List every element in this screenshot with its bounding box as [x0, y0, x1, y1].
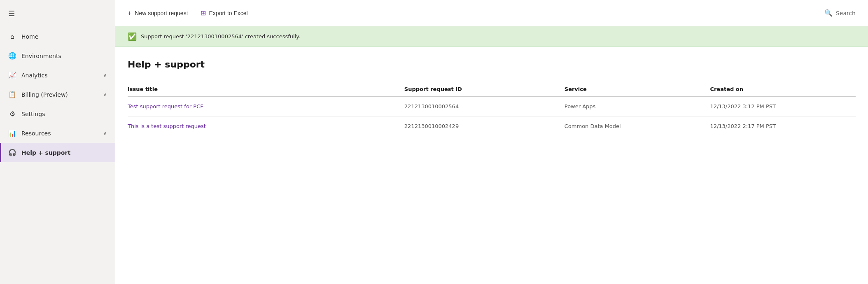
table-header: Issue titleSupport request IDServiceCrea… — [128, 82, 856, 97]
resources-icon: 📊 — [8, 129, 16, 137]
sidebar-item-resources[interactable]: 📊Resources∨ — [0, 123, 115, 143]
search-label: Search — [836, 10, 856, 16]
environments-label: Environments — [21, 53, 107, 59]
col-header-issue: Issue title — [128, 82, 404, 97]
row-1-issue-link[interactable]: This is a test support request — [128, 116, 404, 136]
row-1-request-id: 2212130010002429 — [404, 116, 565, 136]
search-area[interactable]: 🔍 Search — [824, 9, 856, 17]
export-to-excel-button[interactable]: ⊞ Export to Excel — [201, 7, 248, 19]
analytics-label: Analytics — [21, 72, 98, 79]
success-icon: ✅ — [128, 32, 137, 41]
plus-icon: + — [128, 9, 131, 17]
toolbar: + New support request ⊞ Export to Excel … — [115, 0, 868, 26]
col-header-service: Service — [565, 82, 710, 97]
search-icon: 🔍 — [824, 9, 833, 17]
resources-label: Resources — [21, 130, 98, 137]
success-message: Support request '2212130010002564' creat… — [141, 33, 300, 40]
analytics-icon: 📈 — [8, 71, 16, 79]
help-support-icon: 🎧 — [8, 149, 16, 156]
col-header-created: Created on — [710, 82, 856, 97]
billing-icon: 📋 — [8, 91, 16, 98]
row-1-service: Common Data Model — [565, 116, 710, 136]
row-1-created-on: 12/13/2022 2:17 PM PST — [710, 116, 856, 136]
table-row: This is a test support request2212130010… — [128, 116, 856, 136]
row-0-issue-link[interactable]: Test support request for PCF — [128, 97, 404, 116]
sidebar-item-settings[interactable]: ⚙Settings — [0, 104, 115, 123]
billing-chevron-icon: ∨ — [103, 92, 107, 98]
table-row: Test support request for PCF221213001000… — [128, 97, 856, 116]
settings-label: Settings — [21, 111, 107, 117]
home-label: Home — [21, 33, 107, 40]
home-icon: ⌂ — [8, 33, 16, 40]
support-table: Issue titleSupport request IDServiceCrea… — [128, 82, 856, 136]
excel-icon: ⊞ — [201, 9, 206, 17]
sidebar-header: ☰ — [0, 0, 115, 27]
sidebar-item-help-support[interactable]: 🎧Help + support — [0, 143, 115, 162]
table-header-row: Issue titleSupport request IDServiceCrea… — [128, 82, 856, 97]
sidebar: ☰ ⌂Home🌐Environments📈Analytics∨📋Billing … — [0, 0, 115, 284]
success-banner: ✅ Support request '2212130010002564' cre… — [115, 26, 868, 47]
new-request-label: New support request — [135, 10, 188, 16]
main-content: + New support request ⊞ Export to Excel … — [115, 0, 868, 284]
new-support-request-button[interactable]: + New support request — [128, 8, 188, 19]
page-content: Help + support Issue titleSupport reques… — [115, 47, 868, 284]
hamburger-icon[interactable]: ☰ — [8, 9, 15, 18]
export-label: Export to Excel — [209, 10, 248, 16]
analytics-chevron-icon: ∨ — [103, 72, 107, 78]
billing-label: Billing (Preview) — [21, 91, 98, 98]
row-0-request-id: 2212130010002564 — [404, 97, 565, 116]
row-0-service: Power Apps — [565, 97, 710, 116]
environments-icon: 🌐 — [8, 52, 16, 60]
page-title: Help + support — [128, 59, 856, 70]
sidebar-nav: ⌂Home🌐Environments📈Analytics∨📋Billing (P… — [0, 27, 115, 284]
sidebar-item-environments[interactable]: 🌐Environments — [0, 46, 115, 65]
table-body: Test support request for PCF221213001000… — [128, 97, 856, 136]
resources-chevron-icon: ∨ — [103, 130, 107, 136]
settings-icon: ⚙ — [8, 110, 16, 118]
row-0-created-on: 12/13/2022 3:12 PM PST — [710, 97, 856, 116]
col-header-id: Support request ID — [404, 82, 565, 97]
sidebar-item-billing[interactable]: 📋Billing (Preview)∨ — [0, 85, 115, 104]
help-support-label: Help + support — [21, 149, 107, 156]
sidebar-item-analytics[interactable]: 📈Analytics∨ — [0, 65, 115, 85]
sidebar-item-home[interactable]: ⌂Home — [0, 27, 115, 46]
